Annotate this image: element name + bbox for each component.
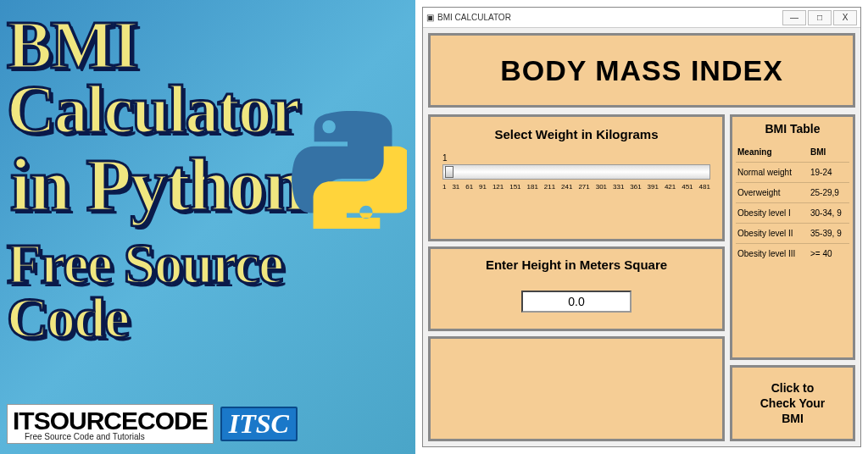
brand-text-box: ITSOURCECODE Free Source Code and Tutori… — [7, 404, 214, 444]
bmi-row-value: >= 40 — [810, 249, 848, 258]
window-title: BMI CALCULATOR — [437, 13, 511, 22]
titlebar[interactable]: ▣ BMI CALCULATOR — □ X — [423, 8, 860, 28]
slider-tick: 181 — [527, 183, 538, 191]
slider-tick: 331 — [613, 183, 624, 191]
slider-tick: 451 — [682, 183, 693, 191]
slider-tick: 31 — [452, 183, 459, 191]
height-panel: Enter Height in Meters Square — [428, 246, 725, 331]
bmi-table-row: Obesity level III>= 40 — [736, 244, 849, 263]
slider-tick: 241 — [561, 183, 572, 191]
bmi-table-row: Overweight25-29,9 — [736, 183, 849, 203]
result-panel — [428, 336, 725, 441]
slider-tick: 61 — [465, 183, 473, 191]
weight-panel: Select Weight in Kilograms 1 13161911211… — [428, 114, 725, 241]
check-button-label: Click to Check Your BMI — [760, 380, 826, 427]
weight-slider[interactable] — [442, 164, 710, 180]
header-panel: BODY MASS INDEX — [428, 33, 855, 108]
bmi-table-row: Normal weight19-24 — [736, 163, 849, 183]
promo-panel: BMI Calculator in Python Free Source Cod… — [0, 0, 415, 454]
minimize-button[interactable]: — — [782, 10, 806, 25]
slider-tick: 391 — [648, 183, 659, 191]
weight-label: Select Weight in Kilograms — [494, 127, 658, 141]
brand-badge: ITSC — [220, 407, 298, 441]
promo-line-3: Free Source Code — [7, 236, 409, 346]
app-title: BODY MASS INDEX — [500, 54, 783, 87]
slider-tick: 271 — [578, 183, 589, 191]
slider-thumb[interactable] — [445, 166, 453, 178]
bmi-table-row: Obesity level I30-34, 9 — [736, 203, 849, 224]
bmi-row-meaning: Obesity level I — [737, 208, 810, 218]
brand-footer: ITSOURCECODE Free Source Code and Tutori… — [7, 404, 298, 444]
height-input[interactable] — [521, 291, 632, 313]
slider-tick: 481 — [698, 183, 709, 191]
bmi-table-panel: BMI Table Meaning BMI Normal weight19-24… — [730, 114, 855, 360]
maximize-button[interactable]: □ — [808, 10, 832, 25]
bmi-header-meaning: Meaning — [737, 147, 810, 157]
bmi-row-value: 35-39, 9 — [810, 229, 848, 238]
check-bmi-button[interactable]: Click to Check Your BMI — [730, 365, 855, 441]
bmi-table-header: Meaning BMI — [736, 142, 849, 163]
slider-ticks: 1316191121151181211241271301331361391421… — [442, 183, 710, 191]
bmi-row-meaning: Obesity level III — [737, 249, 810, 258]
bmi-row-meaning: Obesity level II — [737, 229, 810, 238]
slider-tick: 151 — [509, 183, 520, 191]
titlebar-icon: ▣ — [426, 13, 434, 22]
close-button[interactable]: X — [833, 10, 857, 25]
app-window: ▣ BMI CALCULATOR — □ X BODY MASS INDEX S… — [422, 7, 861, 447]
app-body: BODY MASS INDEX Select Weight in Kilogra… — [423, 28, 860, 446]
bmi-row-meaning: Normal weight — [737, 168, 810, 177]
weight-slider-wrap: 1 13161911211511812112412713013313613914… — [439, 153, 714, 191]
slider-value-label: 1 — [442, 153, 710, 163]
bmi-row-value: 19-24 — [810, 168, 848, 177]
slider-tick: 421 — [665, 183, 676, 191]
height-label: Enter Height in Meters Square — [486, 257, 667, 272]
bmi-header-value: BMI — [810, 147, 848, 157]
bmi-row-value: 25-29,9 — [810, 188, 848, 197]
slider-tick: 211 — [544, 183, 555, 191]
brand-main: ITSOURCECODE — [13, 407, 208, 435]
slider-tick: 121 — [492, 183, 504, 191]
slider-tick: 91 — [479, 183, 487, 191]
python-logo-icon — [288, 110, 407, 229]
slider-tick: 1 — [442, 183, 446, 191]
slider-tick: 301 — [596, 183, 607, 191]
bmi-table-row: Obesity level II35-39, 9 — [736, 224, 849, 244]
bmi-row-value: 30-34, 9 — [810, 208, 848, 218]
slider-tick: 361 — [630, 183, 641, 191]
bmi-table-title: BMI Table — [736, 122, 849, 136]
bmi-row-meaning: Overweight — [737, 188, 810, 197]
